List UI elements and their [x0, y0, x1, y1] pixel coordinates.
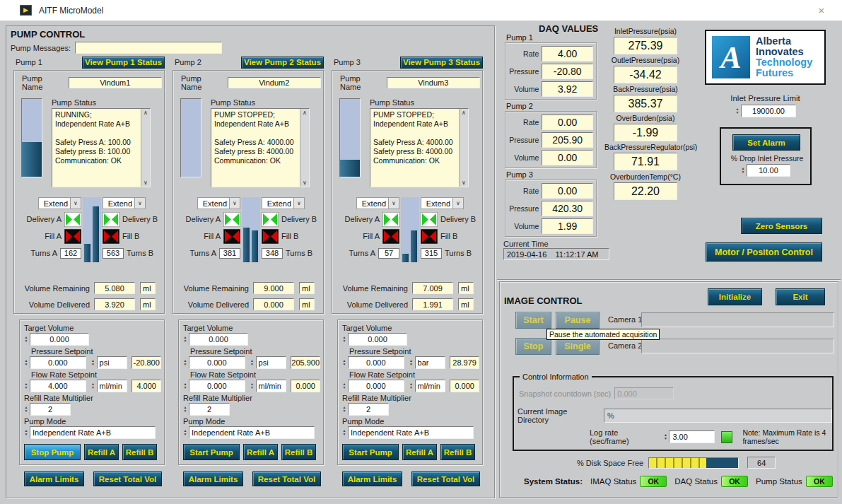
scroll-down-icon[interactable]: ∨: [144, 180, 148, 186]
pump1-extend-b-select[interactable]: Extend ∨: [103, 197, 168, 209]
pump1-target-volume-input[interactable]: 0.000: [30, 333, 89, 346]
pump3-pump-mode-select[interactable]: Independent Rate A+B: [348, 426, 474, 439]
pump3-extend-b-value[interactable]: Extend: [421, 197, 453, 209]
spinner-icon[interactable]: ▲▼: [182, 357, 189, 368]
scroll-up-icon[interactable]: ∧: [462, 110, 466, 116]
pump2-refill-a-button[interactable]: Refill A: [243, 444, 278, 460]
pump1-turns-a-input[interactable]: 162: [60, 248, 81, 259]
pump1-flow-rate-input[interactable]: 4.000: [30, 380, 86, 392]
image-single-button[interactable]: Single: [556, 338, 600, 355]
pump2-extend-a-value[interactable]: Extend: [197, 197, 230, 209]
pump2-extend-b-select[interactable]: Extend ∨: [262, 197, 327, 209]
scroll-up-icon[interactable]: ∧: [303, 110, 307, 116]
pump3-start-pump-button[interactable]: Start Pump: [342, 444, 399, 460]
scroll-up-icon[interactable]: ∧: [144, 110, 148, 116]
current-image-directory-input[interactable]: %: [604, 409, 832, 423]
pump3-extend-a-value[interactable]: Extend: [356, 197, 389, 209]
spinner-icon[interactable]: ▲▼: [23, 404, 30, 415]
pump1-reset-total-vol-button[interactable]: Reset Total Vol: [93, 471, 162, 486]
pump3-alarm-limits-button[interactable]: Alarm Limits: [342, 471, 402, 486]
view-pump2-status-button[interactable]: View Pump 2 Status: [241, 57, 324, 69]
pump1-refill-a-button[interactable]: Refill A: [84, 444, 119, 460]
scroll-down-icon[interactable]: ∨: [462, 180, 466, 186]
chevron-down-icon[interactable]: ∨: [294, 197, 305, 209]
pump2-extend-b-value[interactable]: Extend: [262, 197, 294, 209]
spinner-icon[interactable]: ▲▼: [249, 380, 256, 392]
spinner-icon[interactable]: ▲▼: [182, 380, 189, 392]
spinner-icon[interactable]: ▲▼: [249, 357, 256, 368]
pump2-target-volume-input[interactable]: 0.000: [189, 333, 248, 346]
pump3-extend-b-select[interactable]: Extend ∨: [421, 197, 486, 209]
spinner-icon[interactable]: ▲▼: [23, 357, 30, 368]
pump1-refill-b-button[interactable]: Refill B: [122, 444, 157, 460]
pump3-turns-b-input[interactable]: 315: [421, 248, 442, 259]
camera2-field[interactable]: [641, 339, 834, 353]
inlet-pressure-limit-input[interactable]: 19000.00: [741, 105, 796, 117]
spinner-icon[interactable]: ▲▼: [23, 334, 30, 345]
pump2-turns-b-input[interactable]: 348: [262, 248, 283, 259]
spinner-icon[interactable]: ▲▼: [341, 357, 348, 368]
pump1-name-input[interactable]: Vindum1: [69, 77, 162, 88]
pump1-pressure-setpoint-input[interactable]: 0.000: [30, 356, 86, 369]
pump3-refill-b-button[interactable]: Refill B: [440, 444, 475, 460]
pump3-refill-a-button[interactable]: Refill A: [402, 444, 437, 460]
pump1-pump-mode-select[interactable]: Independent Rate A+B: [30, 426, 156, 439]
pump1-alarm-limits-button[interactable]: Alarm Limits: [24, 471, 84, 486]
spinner-icon[interactable]: ▲▼: [23, 380, 30, 392]
chevron-down-icon[interactable]: ∨: [135, 197, 146, 209]
view-pump1-status-button[interactable]: View Pump 1 Status: [82, 57, 165, 69]
zero-sensors-button[interactable]: Zero Sensors: [741, 218, 822, 234]
spinner-icon[interactable]: ▲▼: [90, 357, 97, 368]
pump2-start-pump-button[interactable]: Start Pump: [183, 444, 240, 460]
pump1-extend-a-select[interactable]: Extend ∨: [16, 197, 81, 209]
pump3-pressure-unit-select[interactable]: bar: [415, 356, 446, 369]
spinner-icon[interactable]: ▲▼: [662, 431, 669, 443]
pump1-flow-rate-unit-select[interactable]: ml/min: [97, 380, 128, 392]
pump2-pressure-setpoint-input[interactable]: 0.000: [189, 356, 245, 369]
pump2-alarm-limits-button[interactable]: Alarm Limits: [183, 471, 243, 486]
scroll-down-icon[interactable]: ∨: [303, 180, 307, 186]
pump3-flow-rate-input[interactable]: 0.000: [348, 380, 404, 392]
pump2-refill-b-button[interactable]: Refill B: [281, 444, 316, 460]
spinner-icon[interactable]: ▲▼: [341, 404, 348, 415]
image-stop-button[interactable]: Stop: [515, 338, 551, 355]
spinner-icon[interactable]: ▲▼: [739, 165, 747, 176]
pump-messages-input[interactable]: [75, 42, 222, 54]
pump3-target-volume-input[interactable]: 0.000: [348, 333, 407, 346]
pump3-refill-multiplier-input[interactable]: 2: [348, 403, 389, 416]
spinner-icon[interactable]: ▲▼: [341, 427, 348, 438]
pump3-flow-rate-unit-select[interactable]: ml/min: [415, 380, 446, 392]
spinner-icon[interactable]: ▲▼: [341, 334, 348, 345]
chevron-down-icon[interactable]: ∨: [230, 197, 240, 209]
pump2-pump-mode-select[interactable]: Independent Rate A+B: [189, 426, 315, 439]
pump2-flow-rate-unit-select[interactable]: ml/min: [256, 380, 287, 392]
pump3-pressure-setpoint-input[interactable]: 0.000: [348, 356, 404, 369]
pump2-turns-a-input[interactable]: 381: [219, 248, 240, 259]
view-pump3-status-button[interactable]: View Pump 3 Status: [400, 57, 483, 69]
pump3-reset-total-vol-button[interactable]: Reset Total Vol: [411, 471, 480, 486]
chevron-down-icon[interactable]: ∨: [453, 197, 464, 209]
pump1-extend-a-value[interactable]: Extend: [38, 197, 71, 209]
pump3-status-scrollbar[interactable]: ∧∨: [459, 109, 468, 187]
pump1-turns-b-input[interactable]: 563: [103, 248, 124, 259]
camera1-field[interactable]: [641, 312, 834, 327]
pump2-status-scrollbar[interactable]: ∧∨: [300, 109, 309, 187]
spinner-icon[interactable]: ▲▼: [182, 427, 189, 438]
pump3-extend-a-select[interactable]: Extend ∨: [334, 197, 399, 209]
close-icon[interactable]: ×: [814, 3, 829, 18]
spinner-icon[interactable]: ▲▼: [408, 380, 415, 392]
spinner-icon[interactable]: ▲▼: [341, 380, 348, 392]
pump1-status-scrollbar[interactable]: ∧∨: [141, 109, 150, 187]
pump1-refill-multiplier-input[interactable]: 2: [30, 403, 71, 416]
pump1-pressure-unit-select[interactable]: psi: [97, 356, 128, 369]
spinner-icon[interactable]: ▲▼: [182, 404, 189, 415]
spinner-icon[interactable]: ▲▼: [23, 427, 30, 438]
pump1-extend-b-value[interactable]: Extend: [103, 197, 135, 209]
pump1-stop-pump-button[interactable]: Stop Pump: [24, 444, 81, 460]
pump2-reset-total-vol-button[interactable]: Reset Total Vol: [252, 471, 321, 486]
image-pause-button[interactable]: Pause: [556, 312, 600, 329]
spinner-icon[interactable]: ▲▼: [90, 380, 97, 392]
image-start-button[interactable]: Start: [515, 312, 551, 329]
pump2-pressure-unit-select[interactable]: psi: [256, 356, 287, 369]
initialize-button[interactable]: Initialize: [708, 288, 762, 305]
